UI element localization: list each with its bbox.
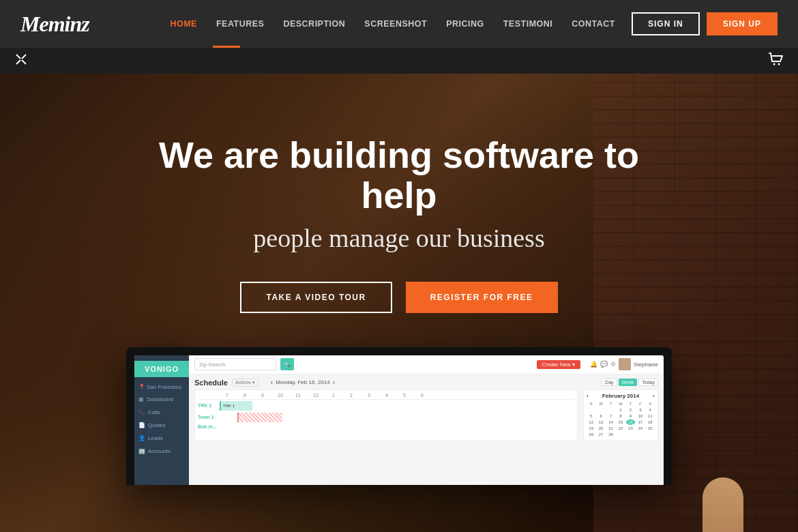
username: Stephanie <box>634 361 658 368</box>
hero-subtitle: people manage our business <box>253 223 544 253</box>
prev-button[interactable]: ‹ <box>271 379 273 386</box>
navbar: Meminz HOME FEATURES DESCRIPTION SCREENS… <box>0 0 798 48</box>
user-avatar <box>619 358 631 370</box>
week-view-button[interactable]: Week <box>619 379 638 386</box>
hero-title-line2: help <box>361 175 437 216</box>
sidebar-calls[interactable]: 📞Calls <box>134 406 189 419</box>
nav-contact[interactable]: CONTACT <box>572 19 615 29</box>
app-content: Schedule Actions ▾ ‹ Monday, Feb 16, 201… <box>189 374 664 445</box>
toolbar-strip <box>0 48 798 74</box>
nav-description[interactable]: DESCRIPTION <box>283 19 345 29</box>
next-button[interactable]: › <box>333 379 335 386</box>
hero-buttons: TAKE A VIDEO TOUR REGISTER FOR FREE <box>240 282 557 313</box>
day-view-button[interactable]: Day <box>602 379 617 386</box>
cart-icon[interactable] <box>768 52 784 70</box>
search-button[interactable]: 🔍 <box>280 358 294 370</box>
sidebar-location: 📍San Francisco <box>134 381 189 393</box>
sidebar-quotes[interactable]: 📄Quotes <box>134 419 189 432</box>
sidebar-dashboard[interactable]: ▦Dashboard <box>134 393 189 406</box>
message-icon[interactable]: 💬 <box>600 361 608 368</box>
cal-next[interactable]: › <box>653 393 655 399</box>
hand-decoration <box>703 477 743 532</box>
settings-icon[interactable]: ⚙ <box>610 361 616 368</box>
cal-prev[interactable]: ‹ <box>587 393 589 399</box>
signup-button[interactable]: SIGN UP <box>707 12 778 35</box>
hero-title: We are building software to help <box>159 135 639 216</box>
hero-title-line1: We are building software to <box>159 134 639 175</box>
svg-line-1 <box>22 60 26 64</box>
search-field[interactable]: Zip Search <box>194 358 276 370</box>
svg-line-0 <box>16 55 20 59</box>
svg-point-5 <box>778 63 780 65</box>
app-logo: VONIGO <box>134 361 189 377</box>
svg-line-3 <box>22 55 26 59</box>
schedule-table: 7 8 9 10 11 12 1 2 3 <box>194 389 578 441</box>
schedule-grid: 7 8 9 10 11 12 1 2 3 <box>194 389 658 441</box>
schedule-block-pink[interactable] <box>237 413 282 422</box>
nav-features[interactable]: FEATURES <box>216 19 264 29</box>
laptop-screen: VONIGO 📍San Francisco ▦Dashboard 📞Calls <box>134 355 664 485</box>
schedule-nav: ‹ Monday, Feb 16, 2014 › <box>271 379 335 386</box>
nav-screenshot[interactable]: SCREENSHOT <box>364 19 427 29</box>
tools-icon[interactable] <box>14 52 29 70</box>
video-tour-button[interactable]: TAKE A VIDEO TOUR <box>240 282 391 313</box>
calendar-header: ‹ February 2014 › <box>587 393 655 399</box>
notification-icon[interactable]: 🔔 <box>590 361 597 368</box>
current-date: Monday, Feb 16, 2014 <box>276 379 329 385</box>
schedule-header: Schedule Actions ▾ ‹ Monday, Feb 16, 201… <box>194 379 658 387</box>
today-button[interactable]: Today <box>638 379 658 386</box>
app-main: Zip Search 🔍 Create New ▾ 🔔 💬 ⚙ Stephani <box>189 355 664 485</box>
calendar-month: February 2014 <box>602 393 639 399</box>
actions-button[interactable]: Actions ▾ <box>232 379 258 387</box>
table-row: Bob m... <box>198 424 574 429</box>
app-screenshot: VONIGO 📍San Francisco ▦Dashboard 📞Calls <box>126 347 672 485</box>
view-buttons: Day Week Today <box>602 379 658 386</box>
laptop-frame: VONIGO 📍San Francisco ▦Dashboard 📞Calls <box>126 347 672 485</box>
nav-links: HOME FEATURES DESCRIPTION SCREENSHOT PRI… <box>170 19 615 29</box>
register-button[interactable]: REGISTER FOR FREE <box>406 282 558 313</box>
hero-section: We are building software to help people … <box>0 74 798 532</box>
hero-content: We are building software to help people … <box>126 74 672 485</box>
app-sidebar: VONIGO 📍San Francisco ▦Dashboard 📞Calls <box>134 355 189 485</box>
mini-calendar: ‹ February 2014 › S M T W <box>583 389 658 441</box>
app-interface: VONIGO 📍San Francisco ▦Dashboard 📞Calls <box>134 355 664 485</box>
logo[interactable]: Meminz <box>20 12 89 37</box>
schedule-title: Schedule <box>194 379 228 387</box>
signin-button[interactable]: SIGN IN <box>632 12 700 35</box>
svg-line-2 <box>16 60 20 64</box>
nav-active-underline <box>213 46 240 48</box>
nav-testimoni[interactable]: TESTIMONI <box>503 19 553 29</box>
nav-buttons: SIGN IN SIGN UP <box>632 12 778 35</box>
nav-pricing[interactable]: PRICING <box>446 19 484 29</box>
sidebar-leads[interactable]: 👤Leads <box>134 432 189 445</box>
schedule-block[interactable]: TRK 1 <box>220 401 252 411</box>
calendar-days: S M T W T F S <box>587 401 655 437</box>
sidebar-accounts[interactable]: 🏢Accounts <box>134 445 189 458</box>
user-area: 🔔 💬 ⚙ Stephanie <box>590 358 658 370</box>
app-topbar: Zip Search 🔍 Create New ▾ 🔔 💬 ⚙ Stephani <box>189 355 664 374</box>
table-row: Team 1 <box>198 413 574 422</box>
nav-home[interactable]: HOME <box>170 19 197 29</box>
table-row: TRK 1 TRK 1 <box>198 401 574 411</box>
create-new-button[interactable]: Create New ▾ <box>537 360 580 369</box>
svg-point-4 <box>773 63 775 65</box>
hour-labels: 7 8 9 10 11 12 1 2 3 <box>198 393 574 400</box>
